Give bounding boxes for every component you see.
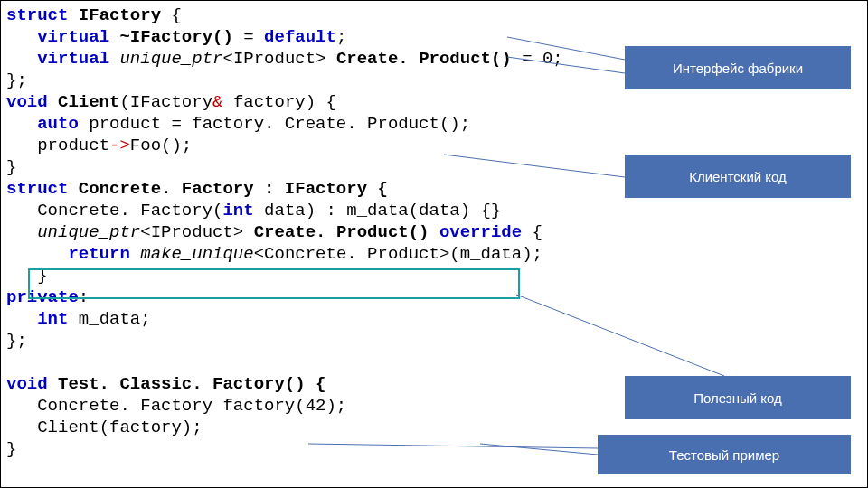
code-block: struct IFactory { virtual ~IFactory() = … — [6, 5, 573, 460]
text: { — [522, 222, 542, 242]
label-test-example: Тестовый пример — [598, 435, 851, 474]
kw: virtual — [37, 27, 109, 47]
label-client-code: Клиентский код — [625, 155, 851, 198]
kw: int — [222, 201, 253, 221]
text: = — [233, 27, 264, 47]
pad — [6, 201, 37, 221]
tpl: <Concrete. Product> — [254, 244, 450, 264]
pad — [6, 27, 37, 47]
kw: auto — [37, 114, 79, 134]
text: m_data; — [68, 309, 161, 329]
pad — [6, 136, 37, 155]
slide-stage: struct IFactory { virtual ~IFactory() = … — [0, 0, 868, 488]
kw: void — [6, 92, 48, 112]
text: product = factory. Create. Product(); — [79, 114, 481, 134]
typ: make_unique — [140, 244, 253, 264]
text: Concrete. Factory( — [37, 201, 222, 221]
typ: unique_ptr — [37, 222, 140, 242]
type-name: Concrete. Factory : IFactory { — [68, 179, 387, 199]
kw: struct — [6, 179, 68, 199]
pad — [6, 396, 37, 416]
kw: override — [429, 222, 523, 242]
text: Client(factory); — [37, 418, 212, 437]
text: ; — [336, 27, 346, 47]
pad — [6, 418, 37, 437]
fn: Client — [48, 92, 120, 112]
text: factory) { — [233, 92, 336, 112]
kw: virtual — [37, 49, 109, 69]
text: }; — [6, 331, 37, 351]
fn: Create. Product() — [243, 222, 429, 242]
kw: int — [37, 309, 68, 329]
sp — [130, 244, 140, 264]
text: { — [161, 5, 182, 25]
pad — [6, 244, 68, 264]
op: & — [212, 92, 233, 112]
text: product — [37, 136, 109, 155]
text: } — [6, 439, 16, 459]
text — [68, 5, 78, 25]
fn: Test. Classic. Factory() { — [48, 374, 326, 394]
sp — [109, 49, 119, 69]
tpl: <IProduct> — [140, 222, 243, 242]
text: Concrete. Factory factory(42); — [37, 396, 356, 416]
tpl: <IProduct> — [222, 49, 326, 69]
fn: Create. Product() — [326, 49, 512, 69]
label-factory-interface: Интерфейс фабрики — [625, 46, 851, 89]
pad — [6, 114, 37, 134]
text: = 0; — [512, 49, 573, 69]
op: -> — [109, 136, 130, 155]
text: data) : m_data(data) {} — [254, 201, 502, 221]
pad — [6, 222, 37, 242]
typ: unique_ptr — [119, 49, 222, 69]
text: }; — [6, 70, 37, 90]
fn: ~IFactory() — [109, 27, 233, 47]
text: } — [6, 157, 16, 177]
kw: return — [68, 244, 129, 264]
text: (IFactory — [119, 92, 212, 112]
pad — [6, 309, 37, 329]
kw: void — [6, 374, 48, 394]
pad — [6, 49, 37, 69]
text: (m_data); — [449, 244, 552, 264]
type-name: IFactory — [79, 5, 161, 25]
highlight-make-unique — [28, 268, 520, 299]
kw: struct — [6, 5, 68, 25]
text: Foo(); — [130, 136, 203, 155]
kw: default — [264, 27, 336, 47]
label-useful-code: Полезный код — [625, 376, 851, 419]
